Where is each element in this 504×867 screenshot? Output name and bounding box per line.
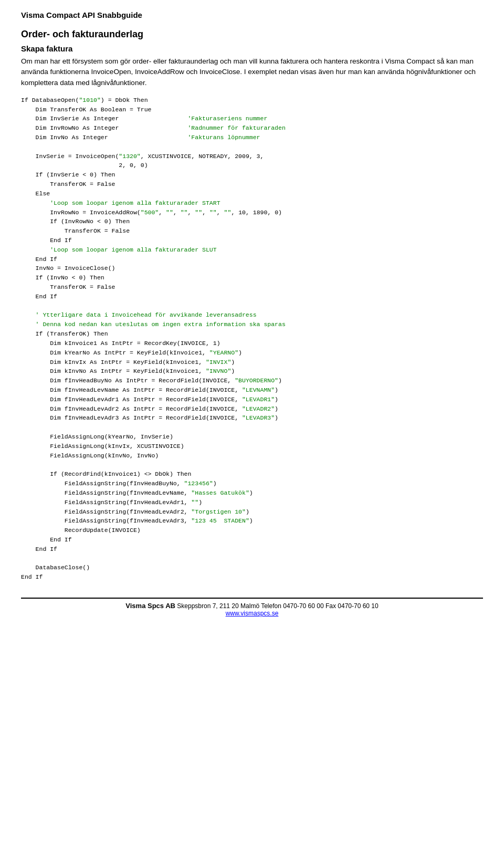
footer-website: www.vismaspcs.se (226, 610, 279, 617)
footer-address: Skeppsbron 7, 211 20 Malmö Telefon 0470-… (177, 602, 378, 610)
footer-company: Visma Spcs AB (125, 602, 175, 610)
page-title: Visma Compact API Snabbguide (21, 11, 483, 19)
section-heading: Order- och fakturaunderlag (21, 29, 483, 40)
intro-text: Om man har ett försystem som gör order- … (21, 56, 483, 88)
footer: Visma Spcs AB Skeppsbron 7, 211 20 Malmö… (21, 598, 483, 617)
code-block: If DatabaseOpen("1010") = DbOk Then Dim … (21, 96, 483, 582)
sub-heading: Skapa faktura (21, 44, 483, 53)
